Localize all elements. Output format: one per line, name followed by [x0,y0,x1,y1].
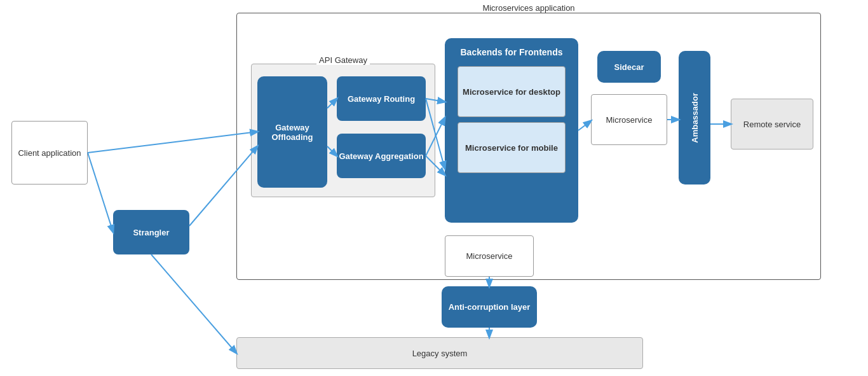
gateway-aggregation-label: Gateway Aggregation [339,151,423,161]
gateway-offloading-label: Gateway Offloading [257,123,327,142]
gateway-routing-box: Gateway Routing [337,76,426,121]
ambassador-label: Ambassador [690,93,700,143]
microservice-sidecar-label: Microservice [606,115,653,125]
svg-line-0 [88,153,113,232]
microservice-desktop-box: Microservice for desktop [458,66,566,117]
ambassador-box: Ambassador [679,51,710,185]
microservice-acl-box: Microservice [445,235,534,277]
legacy-system-box: Legacy system [236,337,643,369]
microservice-desktop-label: Microservice for desktop [463,87,560,97]
client-application-label: Client application [18,148,81,158]
microservice-mobile-label: Microservice for mobile [465,143,558,153]
legacy-system-label: Legacy system [412,349,468,358]
gateway-offloading-box: Gateway Offloading [257,76,327,188]
remote-service-box: Remote service [731,99,813,150]
gateway-aggregation-box: Gateway Aggregation [337,134,426,178]
microservice-acl-label: Microservice [466,251,513,261]
microservice-sidecar-box: Microservice [591,94,667,145]
microservice-mobile-box: Microservice for mobile [458,122,566,173]
backends-frontends-label: Backends for Frontends [456,43,566,61]
api-gateway-label: API Gateway [316,55,370,65]
microservices-app-label: Microservices application [480,3,577,13]
strangler-box: Strangler [113,210,189,254]
diagram-container: Microservices application API Gateway Cl… [0,0,868,376]
sidecar-label: Sidecar [614,62,644,72]
remote-service-label: Remote service [743,120,801,129]
anti-corruption-label: Anti-corruption layer [449,302,531,312]
client-application-box: Client application [11,121,88,185]
gateway-routing-label: Gateway Routing [348,94,415,104]
svg-line-1 [88,132,257,153]
sidecar-box: Sidecar [597,51,661,83]
strangler-label: Strangler [133,228,169,237]
svg-line-3 [151,254,236,353]
anti-corruption-box: Anti-corruption layer [442,286,537,328]
backends-frontends-box: Backends for Frontends Microservice for … [445,38,578,223]
